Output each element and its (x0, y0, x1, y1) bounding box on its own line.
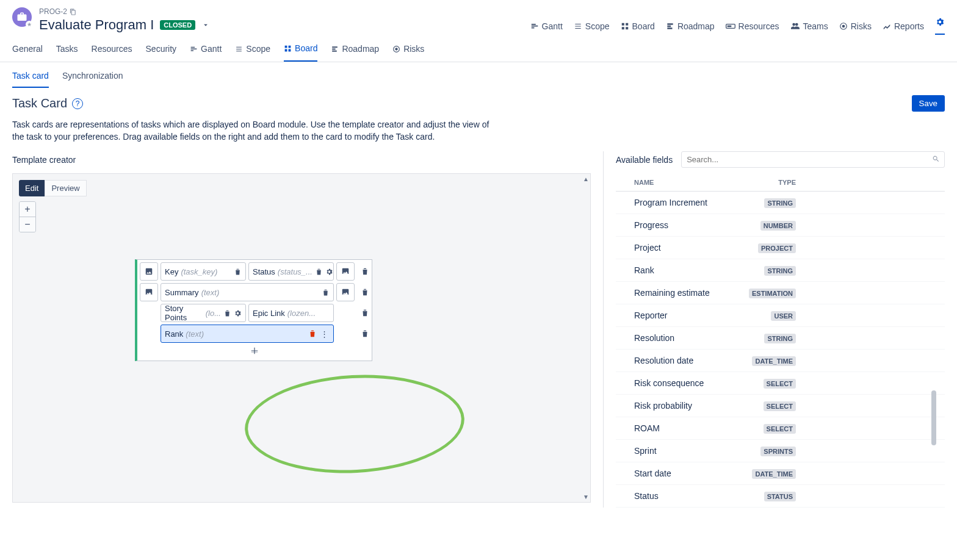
title-block: PROG-2 Evaluate Program I CLOSED (39, 7, 210, 33)
field-name: ROAM (624, 423, 764, 433)
field-row[interactable]: Resolution dateDATE_TIME (616, 350, 945, 372)
field-key[interactable]: Key(task_key) (161, 262, 246, 281)
row-trash-icon[interactable] (361, 267, 369, 276)
subnav-scope[interactable]: Scope (235, 43, 270, 62)
zoom-in-button[interactable]: + (20, 202, 35, 217)
subnav-board[interactable]: Board (284, 43, 317, 62)
field-row[interactable]: Start dateDATE_TIME (616, 462, 945, 485)
field-name: Sprint (624, 446, 760, 456)
gear-icon[interactable] (234, 309, 242, 317)
field-row[interactable]: StatusSTATUS (616, 485, 945, 508)
edit-toggle[interactable]: Edit (19, 180, 45, 196)
nav-teams[interactable]: Teams (790, 21, 828, 31)
scroll-down-icon[interactable]: ▼ (583, 494, 589, 500)
chevron-down-icon[interactable] (201, 21, 210, 29)
trash-icon[interactable] (322, 289, 330, 296)
nav-board[interactable]: Board (621, 21, 655, 31)
subnav-roadmap[interactable]: Roadmap (331, 43, 379, 62)
zoom-out-button[interactable]: − (20, 217, 35, 232)
more-icon[interactable]: ⋮ (319, 329, 330, 339)
gear-icon[interactable] (325, 268, 333, 276)
nav-gantt[interactable]: Gantt (530, 21, 563, 31)
field-type-tag: SELECT (764, 424, 796, 434)
field-row[interactable]: SprintSPRINTS (616, 440, 945, 462)
field-name: Risk consequence (624, 378, 764, 388)
nav-scope[interactable]: Scope (574, 21, 610, 31)
trash-icon[interactable] (315, 268, 323, 276)
nav-resources[interactable]: Resources (726, 21, 779, 31)
available-fields-panel: Available fields NAME TYPE Program Incre… (603, 151, 945, 508)
field-name: Remaining estimate (624, 288, 749, 298)
scroll-up-icon[interactable]: ▲ (583, 176, 589, 182)
field-row[interactable]: RankSTRING (616, 259, 945, 282)
field-type-tag: ESTIMATION (749, 289, 796, 298)
edit-preview-toggle: Edit Preview (19, 180, 584, 196)
field-row[interactable]: ProjectPROJECT (616, 237, 945, 259)
tab-nav: Task card Synchronization (0, 62, 957, 88)
field-row[interactable]: ResolutionSTRING (616, 327, 945, 350)
field-row[interactable]: Risk consequenceSELECT (616, 372, 945, 395)
field-row[interactable]: Remaining estimateESTIMATION (616, 282, 945, 304)
field-row[interactable]: ROAMSELECT (616, 417, 945, 440)
top-nav: Gantt Scope Board Roadmap Resources Team… (530, 7, 945, 35)
tab-task-card[interactable]: Task card (12, 71, 49, 88)
field-epic-link[interactable]: Epic Link(lozen... (248, 304, 334, 322)
image-placeholder-icon[interactable] (140, 262, 158, 281)
nav-risks[interactable]: Risks (839, 21, 872, 31)
tab-synchronization[interactable]: Synchronization (62, 71, 123, 88)
left-column: Task Card ? Save Task cards are represen… (12, 96, 591, 508)
row-trash-icon[interactable] (361, 288, 369, 296)
image-placeholder-icon[interactable] (336, 283, 355, 301)
template-editor: ▲ ▼ Edit Preview + − Key( (12, 173, 591, 503)
field-type-tag: DATE_TIME (752, 469, 796, 479)
field-type-tag: STATUS (764, 492, 796, 501)
subnav-tasks[interactable]: Tasks (56, 43, 78, 62)
card-canvas: Key(task_key) Status(status_... (135, 259, 372, 361)
subnav-security[interactable]: Security (146, 43, 177, 62)
image-placeholder-icon[interactable] (336, 262, 355, 281)
nav-roadmap[interactable]: Roadmap (666, 21, 715, 31)
header: ★ PROG-2 Evaluate Program I CLOSED Gantt… (0, 0, 957, 35)
copy-icon[interactable] (70, 9, 76, 15)
trash-icon[interactable] (234, 268, 242, 276)
template-creator-label: Template creator (12, 155, 591, 165)
field-row[interactable]: ProgressNUMBER (616, 214, 945, 237)
add-row-button[interactable] (140, 345, 369, 358)
field-story-points[interactable]: Story Points(lo... (161, 304, 246, 322)
scrollbar[interactable] (931, 390, 936, 445)
field-row[interactable]: Program IncrementSTRING (616, 192, 945, 214)
subnav-resources[interactable]: Resources (92, 43, 132, 62)
zoom-controls: + − (19, 201, 36, 232)
breadcrumb[interactable]: PROG-2 (39, 7, 210, 16)
field-status[interactable]: Status(status_... (248, 262, 334, 281)
card-row: Rank(text) ⋮ (140, 325, 369, 343)
search-input[interactable] (681, 151, 945, 168)
subnav-risks[interactable]: Risks (392, 43, 424, 62)
trash-icon[interactable] (308, 329, 317, 338)
trash-icon[interactable] (223, 309, 231, 317)
search-box (681, 151, 945, 168)
field-name: Start date (624, 468, 752, 478)
subnav-gantt[interactable]: Gantt (190, 43, 222, 62)
field-rank[interactable]: Rank(text) ⋮ (161, 325, 334, 343)
card-row: Story Points(lo... Epic Link(lozen... (140, 304, 369, 322)
field-summary[interactable]: Summary(text) (161, 283, 334, 301)
row-trash-icon[interactable] (361, 329, 369, 338)
save-button[interactable]: Save (912, 95, 945, 112)
field-row[interactable]: Risk probabilitySELECT (616, 395, 945, 417)
row-trash-icon[interactable] (361, 309, 369, 317)
field-type-tag: DATE_TIME (752, 356, 796, 366)
project-avatar[interactable]: ★ (12, 7, 32, 27)
fields-table-body: Program IncrementSTRINGProgressNUMBERPro… (616, 192, 945, 508)
editor-toolbar: Edit Preview + − (19, 180, 584, 232)
field-row[interactable]: ReporterUSER (616, 304, 945, 327)
subnav-general[interactable]: General (12, 43, 43, 62)
nav-settings[interactable] (935, 17, 945, 35)
nav-reports[interactable]: Reports (883, 21, 924, 31)
help-icon[interactable]: ? (72, 98, 83, 109)
field-type-tag: SPRINTS (760, 447, 796, 456)
annotation-circle (242, 370, 467, 479)
preview-toggle[interactable]: Preview (45, 180, 86, 196)
image-placeholder-icon[interactable] (140, 283, 158, 301)
field-name: Reporter (624, 311, 771, 320)
